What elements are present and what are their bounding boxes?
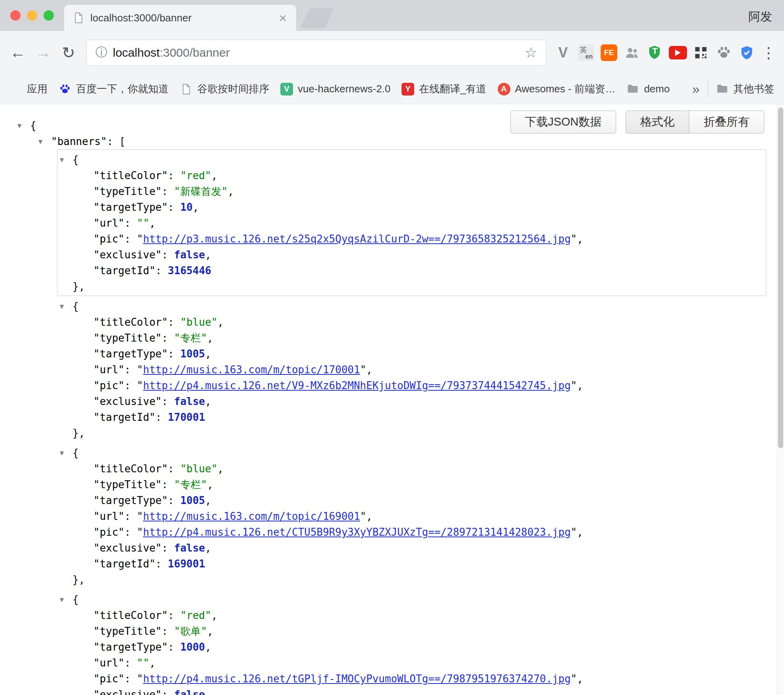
youdao-icon: Y (402, 83, 414, 95)
collapse-triangle-icon[interactable]: ▼ (38, 134, 51, 149)
json-line: "url": "http://music.163.com/m/topic/169… (93, 508, 766, 524)
json-line: ▼{ (72, 298, 766, 314)
apps-grid-icon (10, 83, 22, 95)
awesomes-icon: A (498, 83, 510, 95)
folder-icon (716, 83, 729, 95)
json-line: "titleColor": "red", (93, 607, 766, 623)
json-string-value: "专栏" (174, 332, 207, 344)
play-icon (675, 50, 681, 56)
url-path: :3000/banner (160, 46, 230, 59)
tab-close-icon[interactable]: × (277, 11, 288, 25)
blue-shield-check-extension-icon[interactable] (736, 42, 757, 63)
json-boolean-value: false (174, 395, 205, 407)
json-line: "targetType": 1005, (93, 346, 766, 362)
v-extension-icon[interactable]: V (553, 42, 573, 63)
json-line: "targetType": 10, (93, 199, 766, 215)
browser-tab[interactable]: localhost:3000/banner × (64, 5, 296, 31)
json-number-value: 1000 (180, 641, 205, 653)
json-number-value: 170001 (168, 411, 205, 423)
green-shield-t-extension-icon[interactable]: T (645, 42, 665, 63)
json-line: ▼{ (72, 152, 766, 168)
forward-icon[interactable]: → (32, 41, 55, 64)
bookmark-star-icon[interactable]: ☆ (525, 44, 537, 61)
qr-code-extension-icon[interactable] (691, 42, 711, 63)
close-window-icon[interactable] (10, 10, 21, 21)
json-boolean-value: false (174, 249, 205, 261)
profile-name[interactable]: 阿发 (748, 9, 772, 25)
bookmark-item-youdao[interactable]: Y 在线翻译_有道 (402, 82, 486, 96)
json-key: "pic" (93, 233, 124, 245)
collapse-triangle-icon[interactable]: ▼ (60, 445, 72, 461)
json-line: "exclusive": false, (93, 247, 766, 263)
bookmark-item-apps[interactable]: 应用 (10, 82, 48, 96)
bookmark-label: 在线翻译_有道 (419, 82, 486, 96)
json-root-children: ▼"banners": [ ▼{"titleColor": "red","typ… (30, 134, 784, 695)
collapse-all-button[interactable]: 折叠所有 (689, 111, 764, 134)
json-url-link[interactable]: http://p4.music.126.net/CTU5B9R9y3XyYBZX… (143, 526, 571, 538)
paw-extension-icon[interactable] (714, 42, 734, 63)
fullscreen-window-icon[interactable] (44, 10, 54, 21)
json-key: "targetType" (93, 641, 168, 653)
json-url-link[interactable]: http://p4.music.126.net/tGPljf-IMOCyPvum… (143, 673, 571, 685)
json-url-link[interactable]: http://music.163.com/m/topic/169001 (143, 510, 360, 522)
bookmark-label: 应用 (27, 82, 48, 96)
bookmark-label: vue-hackernews-2.0 (298, 83, 390, 95)
json-number-value: 1005 (180, 348, 205, 360)
json-number-value: 10 (180, 201, 192, 213)
page-info-icon[interactable]: ⓘ (95, 44, 107, 61)
back-icon[interactable]: ← (6, 41, 29, 64)
bookmark-item-google-sort[interactable]: 谷歌按时间排序 (180, 82, 269, 96)
bookmarks-divider (708, 81, 708, 97)
json-line: }, (72, 279, 766, 294)
collapse-triangle-icon[interactable]: ▼ (60, 298, 72, 314)
url-text[interactable]: localhost:3000/banner (113, 46, 230, 59)
json-key: "targetType" (93, 201, 168, 213)
page-favicon-icon (72, 11, 85, 24)
collapse-triangle-icon[interactable]: ▼ (60, 592, 72, 607)
json-line: "url": "http://music.163.com/m/topic/170… (93, 362, 766, 378)
json-string-value: "歌单" (174, 625, 207, 637)
new-tab-button[interactable] (300, 8, 334, 28)
bookmarks-overflow-icon[interactable]: » (692, 81, 700, 97)
json-key: "exclusive" (93, 249, 162, 261)
json-key: "pic" (93, 673, 124, 685)
json-url-link[interactable]: http://p4.music.126.net/V9-MXz6b2MNhEKju… (143, 380, 571, 391)
bookmark-item-awesomes[interactable]: A Awesomes - 前端资… (498, 82, 616, 96)
page-content: 下载JSON数据 格式化 折叠所有 ▼{ ▼"banners": [ ▼{"ti… (0, 104, 784, 695)
tab-strip: localhost:3000/banner × 阿发 (0, 0, 784, 31)
json-line: "titleColor": "red", (93, 168, 766, 183)
format-button[interactable]: 格式化 (626, 111, 689, 134)
bookmark-label: 百度一下，你就知道 (76, 82, 169, 96)
bookmark-item-baidu[interactable]: 百度一下，你就知道 (59, 82, 169, 96)
translator-extension-icon[interactable]: 英en (576, 42, 596, 63)
vertical-scrollbar[interactable] (777, 104, 784, 695)
json-banner-object: ▼{"titleColor": "red","typeTitle": "歌单",… (57, 589, 766, 695)
bookmark-label: 谷歌按时间排序 (197, 82, 269, 96)
other-bookmarks-folder[interactable]: 其他书签 (716, 82, 774, 96)
bookmark-item-vue-hackernews[interactable]: V vue-hackernews-2.0 (280, 83, 390, 95)
browser-menu-icon[interactable]: ⋮ (759, 44, 778, 61)
folder-icon (626, 83, 639, 95)
youtube-extension-icon[interactable] (668, 42, 688, 63)
collapse-triangle-icon[interactable]: ▼ (60, 152, 72, 168)
json-url-link[interactable]: http://music.163.com/m/topic/170001 (143, 364, 360, 376)
vue-logo-icon: V (280, 83, 293, 95)
reload-icon[interactable]: ↻ (57, 41, 80, 64)
json-key: "typeTitle" (93, 332, 162, 344)
json-line: "pic": "http://p4.music.126.net/CTU5B9R9… (93, 524, 766, 540)
minimize-window-icon[interactable] (27, 10, 37, 21)
bookmark-item-demo[interactable]: demo (626, 83, 670, 95)
json-key: "typeTitle" (93, 185, 162, 197)
json-banner-object: ▼{"titleColor": "blue","typeTitle": "专栏"… (57, 296, 766, 443)
json-line: "typeTitle": "新碟首发", (93, 183, 766, 199)
fehelper-extension-icon[interactable]: FE (599, 42, 619, 63)
collapse-triangle-icon[interactable]: ▼ (17, 118, 30, 134)
people-extension-icon[interactable] (622, 42, 642, 63)
scrollbar-thumb[interactable] (778, 107, 783, 448)
address-bar[interactable]: ⓘ localhost:3000/banner ☆ (86, 40, 546, 66)
traffic-lights (10, 10, 54, 21)
json-number-value: 1005 (180, 495, 205, 506)
download-json-button[interactable]: 下载JSON数据 (510, 111, 616, 134)
json-url-link[interactable]: http://p3.music.126.net/s25q2x5QyqsAzilC… (143, 233, 571, 245)
baidu-paw-icon (59, 83, 71, 95)
